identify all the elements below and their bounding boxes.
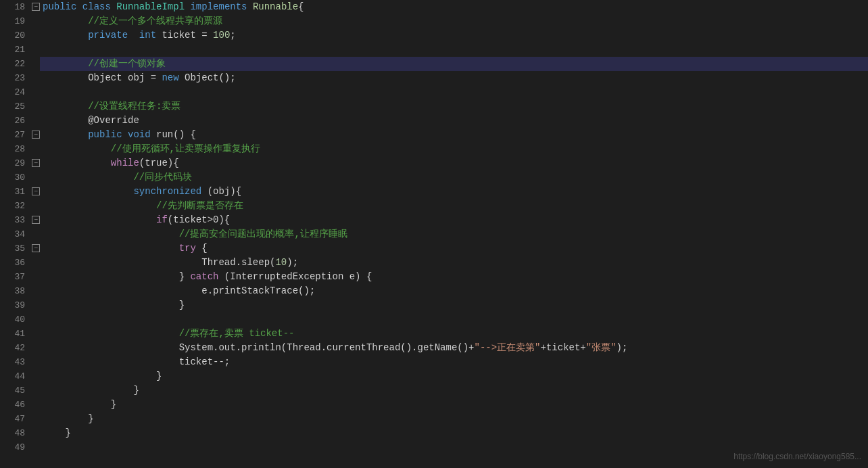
line-number: 30	[0, 170, 25, 185]
token	[43, 213, 156, 227]
token: "-->正在卖第"	[475, 341, 541, 355]
code-line: } catch (InterruptedException e) {	[40, 270, 868, 284]
code-line: }	[40, 412, 868, 426]
code-line	[40, 43, 868, 57]
token: Object();	[179, 71, 236, 85]
line-number: 42	[0, 341, 25, 355]
line-number: 21	[0, 43, 25, 57]
token: );	[287, 256, 298, 270]
token	[43, 28, 88, 43]
code-line	[40, 312, 868, 327]
token: (true){	[139, 156, 179, 170]
fold-button[interactable]: −	[32, 159, 40, 167]
line-number: 41	[0, 327, 25, 341]
code-line: //先判断票是否存在	[40, 199, 868, 213]
token: private	[88, 28, 128, 43]
token: try	[179, 241, 196, 256]
token: 10	[275, 256, 287, 270]
token	[43, 241, 179, 256]
code-line: //创建一个锁对象	[40, 57, 868, 71]
fold-button[interactable]: −	[32, 216, 40, 224]
fold-button[interactable]: −	[32, 131, 40, 139]
code-line: e.printStackTrace();	[40, 284, 868, 298]
code-line: try {	[40, 241, 868, 256]
token: (obj){	[201, 185, 241, 199]
line-number: 28	[0, 142, 25, 156]
code-line: while(true){	[40, 156, 868, 170]
token: e.printStackTrace();	[43, 284, 315, 298]
line-number: 46	[0, 398, 25, 412]
token	[43, 156, 111, 170]
token	[43, 185, 133, 199]
token: {	[196, 241, 208, 256]
token: ;	[230, 28, 235, 43]
code-line	[40, 85, 868, 99]
token: Thread.sleep(	[43, 256, 275, 270]
token: catch	[190, 270, 218, 284]
line-number: 48	[0, 426, 25, 440]
line-number: 24	[0, 85, 25, 99]
code-line: }	[40, 298, 868, 312]
token: +ticket+	[541, 341, 586, 355]
token: implements	[190, 0, 247, 14]
token: (InterruptedException e) {	[218, 270, 372, 284]
token: }	[43, 298, 185, 312]
line-number: 37	[0, 270, 25, 284]
line-number: 27	[0, 128, 25, 142]
fold-button[interactable]: −	[32, 187, 40, 195]
token: }	[43, 426, 71, 440]
code-line: Thread.sleep(10);	[40, 256, 868, 270]
fold-button[interactable]: −	[32, 3, 40, 11]
token: RunnableImpl	[111, 0, 191, 14]
token	[43, 128, 88, 142]
token: @Override	[43, 114, 139, 128]
token: synchronized	[133, 185, 201, 199]
line-number: 18	[0, 0, 25, 14]
line-number: 31	[0, 185, 25, 199]
line-number: 22	[0, 57, 25, 71]
code-line: public void run() {	[40, 128, 868, 142]
token: (ticket>0){	[168, 213, 230, 227]
code-line: }	[40, 369, 868, 383]
code-line: ticket--;	[40, 355, 868, 369]
code-line: synchronized (obj){	[40, 185, 868, 199]
token: //创建一个锁对象	[43, 57, 166, 71]
token: public	[88, 128, 122, 142]
code-line: System.out.println(Thread.currentThread(…	[40, 341, 868, 355]
token: }	[43, 412, 94, 426]
code-line: @Override	[40, 114, 868, 128]
token: {	[298, 0, 304, 14]
token: System.out.println(Thread.currentThread(…	[43, 341, 475, 355]
token: int	[139, 28, 156, 43]
code-area[interactable]: public class RunnableImpl implements Run…	[40, 0, 868, 468]
line-number: 47	[0, 412, 25, 426]
token	[76, 0, 82, 14]
code-line: //同步代码块	[40, 170, 868, 185]
token: public	[43, 0, 76, 14]
line-number: 43	[0, 355, 25, 369]
line-number: 35	[0, 241, 25, 256]
line-number: 32	[0, 199, 25, 213]
line-number: 39	[0, 298, 25, 312]
code-line: }	[40, 383, 868, 398]
line-number: 45	[0, 383, 25, 398]
token: //设置线程任务:卖票	[43, 99, 180, 114]
fold-button[interactable]: −	[32, 244, 40, 252]
token: 100	[213, 28, 230, 43]
line-number: 40	[0, 312, 25, 327]
token: );	[617, 341, 628, 355]
code-line: private int ticket = 100;	[40, 28, 868, 43]
line-numbers: 1819202122232425262728293031323334353637…	[0, 0, 30, 468]
code-line: //定义一个多个线程共享的票源	[40, 14, 868, 28]
line-number: 23	[0, 71, 25, 85]
code-line: }	[40, 426, 868, 440]
token: }	[43, 383, 139, 398]
token: ticket--;	[43, 355, 230, 369]
token: Object obj =	[43, 71, 162, 85]
line-number: 33	[0, 213, 25, 227]
token: if	[156, 213, 168, 227]
token: }	[43, 270, 190, 284]
token: "张票"	[586, 341, 617, 355]
token: run() {	[151, 128, 196, 142]
token	[122, 128, 128, 142]
